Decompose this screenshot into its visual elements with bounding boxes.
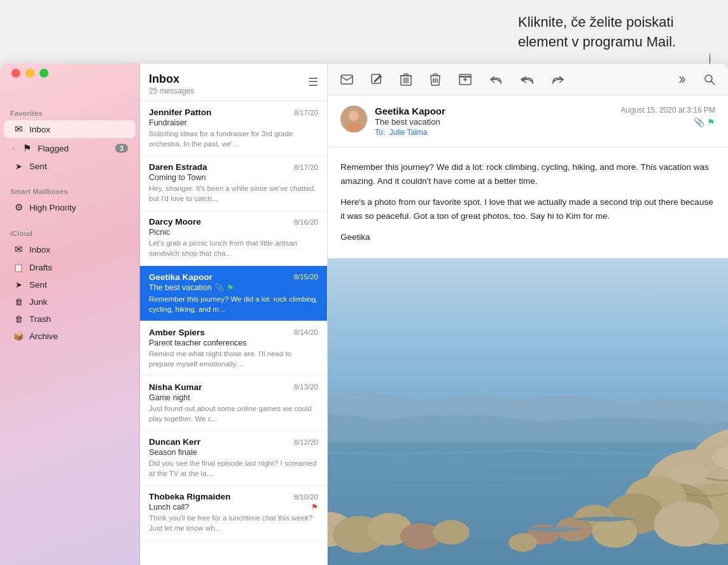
msg-subject: Picnic [149, 228, 318, 237]
sent-icon: ➤ [13, 162, 24, 171]
svg-point-49 [433, 520, 470, 545]
message-item[interactable]: Duncan Kerr 8/12/20 Season finale Did yo… [140, 431, 327, 485]
reply-button[interactable] [487, 71, 505, 88]
smart-mailboxes-label: Smart Mailboxes [0, 180, 139, 198]
sidebar-item-inbox[interactable]: ✉ Inbox [4, 120, 136, 138]
sidebar-item-icloud-sent[interactable]: ➤ Sent [4, 277, 136, 293]
svg-line-15 [711, 81, 715, 85]
sidebar-item-trash[interactable]: 🗑 Trash [4, 311, 136, 327]
sidebar-item-junk[interactable]: 🗑 Junk [4, 294, 136, 310]
panel-subtitle: 25 messages [149, 87, 194, 95]
msg-date: 8/17/20 [294, 164, 318, 171]
junk-icon: 🗑 [13, 297, 24, 307]
compose-button[interactable] [368, 71, 385, 88]
svg-point-14 [705, 75, 712, 82]
msg-sender: Duncan Kerr [149, 437, 290, 447]
message-item[interactable]: Nisha Kumar 8/13/20 Game night Just foun… [140, 376, 327, 431]
search-button[interactable] [701, 71, 718, 88]
msg-sender: Darcy Moore [149, 217, 290, 227]
msg-subject: Season finale [149, 448, 318, 457]
email-signature: Geetika [340, 230, 715, 244]
email-flags: 📎 ⚑ [694, 117, 715, 127]
email-to-line: To: Julie Talma [375, 128, 613, 137]
new-message-button[interactable] [338, 72, 356, 87]
forward-button[interactable] [549, 71, 567, 88]
msg-preview: Remember this journey? We did a lot: roc… [149, 294, 318, 314]
more-button[interactable] [673, 73, 689, 87]
email-sender-name: Geetika Kapoor [375, 106, 613, 116]
message-list-panel: Inbox 25 messages ☰ Jennifer Patton 8/17… [140, 64, 328, 565]
app-window: Favorites ✉ Inbox › ⚑ Flagged 3 ➤ Sent S… [0, 64, 728, 565]
msg-date: 8/17/20 [294, 109, 318, 116]
email-photo [328, 258, 728, 565]
message-item-selected[interactable]: Geetika Kapoor 8/15/20 The best vacation… [140, 266, 327, 321]
message-item[interactable]: Thobeka Rigmaiden 8/10/20 Lunch call? ⚑ … [140, 485, 327, 540]
sidebar-item-sent[interactable]: ➤ Sent [4, 158, 136, 174]
email-header-right: August 15, 2020 at 3:16 PM 📎 ⚑ [620, 106, 715, 127]
sidebar-item-icloud-inbox[interactable]: ✉ Inbox [4, 241, 136, 258]
chevron-icon: › [13, 145, 15, 152]
icloud-label: iCloud [0, 222, 139, 240]
attachment-icon: 📎 [214, 283, 224, 292]
msg-sender: Amber Spiers [149, 328, 290, 337]
svg-point-17 [349, 111, 359, 121]
msg-sender: Geetika Kapoor [149, 272, 290, 282]
to-address[interactable]: Julie Talma [389, 128, 428, 137]
archive-icon: 📦 [13, 331, 24, 341]
svg-point-39 [508, 533, 537, 552]
message-items: Jennifer Patton 8/17/20 Fundraiser Solic… [140, 101, 327, 565]
sidebar: Favorites ✉ Inbox › ⚑ Flagged 3 ➤ Sent S… [0, 64, 140, 565]
avatar [340, 106, 367, 132]
sidebar-item-label: High Priority [29, 203, 128, 213]
maximize-button[interactable] [39, 69, 48, 78]
minimize-button[interactable] [25, 69, 34, 78]
flag-icon: ⚑ [227, 283, 234, 293]
msg-subject: Fundraiser [149, 118, 318, 127]
msg-subject: Lunch call? ⚑ [149, 503, 318, 512]
close-button[interactable] [11, 69, 20, 78]
sidebar-item-flagged[interactable]: › ⚑ Flagged 3 [4, 139, 136, 157]
inbox-icon: ✉ [13, 123, 24, 135]
message-item[interactable]: Jennifer Patton 8/17/20 Fundraiser Solic… [140, 101, 327, 156]
msg-preview: Did you see the final episode last night… [149, 458, 318, 478]
msg-preview: Just found out about some online games w… [149, 403, 318, 424]
filter-icon[interactable]: ☰ [308, 75, 318, 89]
gear-icon: ⚙ [13, 202, 24, 213]
svg-point-41 [668, 463, 709, 483]
toolbar [328, 64, 728, 95]
svg-point-34 [654, 501, 719, 547]
msg-date: 8/12/20 [294, 438, 318, 446]
sidebar-item-label: Inbox [29, 245, 128, 255]
attachment-icon: 📎 [694, 117, 704, 127]
msg-preview: Soliciting ideas for a fundraiser for 3r… [149, 129, 318, 149]
flag-icon: ⚑ [311, 503, 318, 512]
msg-preview: Hey, stranger. It's been a while since w… [149, 183, 318, 204]
trash-icon: 🗑 [13, 314, 24, 324]
move-to-junk-button[interactable] [398, 71, 414, 88]
msg-subject: Coming to Town [149, 173, 318, 182]
msg-date: 8/15/20 [294, 273, 318, 281]
sidebar-item-high-priority[interactable]: ⚙ High Priority [4, 199, 136, 216]
sidebar-item-archive[interactable]: 📦 Archive [4, 328, 136, 344]
delete-button[interactable] [427, 71, 444, 88]
flag-icon: ⚑ [707, 117, 715, 127]
msg-preview: Let's grab a picnic lunch from that litt… [149, 238, 318, 258]
message-item[interactable]: Daren Estrada 8/17/20 Coming to Town Hey… [140, 156, 327, 211]
sidebar-item-label: Drafts [29, 263, 128, 272]
tooltip-content: Kliknite, če želite poiskati element v p… [518, 14, 676, 50]
email-subject: The best vacation [375, 117, 613, 127]
msg-sender: Nisha Kumar [149, 382, 290, 392]
archive-button[interactable] [456, 71, 474, 88]
panel-header-info: Inbox 25 messages [149, 73, 194, 95]
message-item[interactable]: Darcy Moore 8/16/20 Picnic Let's grab a … [140, 211, 327, 265]
sidebar-item-label: Archive [29, 331, 128, 341]
email-header: Geetika Kapoor The best vacation To: Jul… [328, 95, 728, 148]
sidebar-item-drafts[interactable]: 📋 Drafts [4, 260, 136, 276]
sidebar-item-label: Sent [29, 162, 128, 171]
reply-all-button[interactable] [517, 71, 536, 88]
message-item[interactable]: Amber Spiers 8/14/20 Parent teacher conf… [140, 321, 327, 376]
msg-date: 8/16/20 [294, 218, 318, 226]
to-label: To: [375, 128, 385, 137]
tooltip-text: Kliknite, če želite poiskati element v p… [512, 0, 728, 59]
drafts-icon: 📋 [13, 263, 24, 272]
